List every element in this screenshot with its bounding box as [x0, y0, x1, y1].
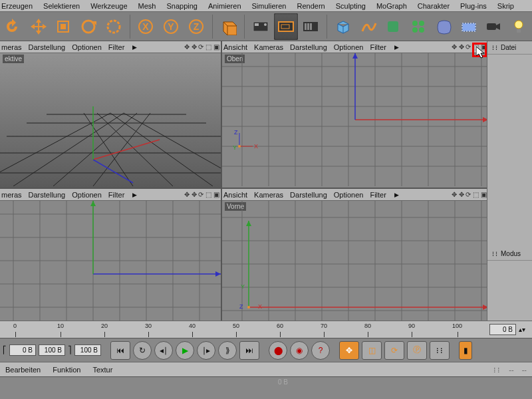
goto-start-button[interactable]: ⏮: [110, 341, 130, 360]
vp-menu-kameras[interactable]: meras: [1, 43, 22, 51]
menu-selektieren[interactable]: Selektieren: [43, 2, 80, 10]
render-region-button[interactable]: [274, 13, 298, 40]
film-icon[interactable]: ▮: [459, 341, 472, 360]
vp-menu-kameras[interactable]: Kameras: [254, 191, 283, 199]
rotate-tool[interactable]: [76, 13, 100, 40]
spline-primitive[interactable]: [356, 13, 380, 40]
deformer-tool[interactable]: [432, 13, 456, 40]
next-key-button[interactable]: ∣▸: [197, 341, 215, 360]
last-tool[interactable]: [102, 13, 126, 40]
menu-skript[interactable]: Skrip: [497, 2, 514, 10]
vp-menu-optionen[interactable]: Optionen: [72, 191, 102, 199]
cloner-tool[interactable]: [406, 13, 430, 40]
grip-icon[interactable]: ⫶⫶: [493, 366, 501, 374]
viewport-grid: meras Darstellung Optionen Filter ▶ ✥ ✥ …: [0, 41, 487, 321]
environment-tool[interactable]: [457, 13, 481, 40]
viewport-nav-icons[interactable]: ✥ ✥ ⟳ ⬚ ▣: [184, 191, 219, 198]
menu-plugins[interactable]: Plug-ins: [460, 2, 487, 10]
viewport-top-canvas[interactable]: Oben Z X Y: [222, 53, 488, 188]
vp-menu-ansicht[interactable]: Ansicht: [223, 191, 247, 199]
svg-line-28: [0, 113, 110, 186]
range-start-field[interactable]: 0 B: [9, 344, 36, 356]
timeline-ruler[interactable]: 0 10 20 30 40 50 60 70 80 90 100 0 B▴▾: [0, 321, 532, 338]
axis-y-toggle[interactable]: Y: [159, 13, 183, 40]
svg-rect-0: [58, 21, 68, 32]
viewport-nav-icons[interactable]: ✥ ✥ ⟳ ⬚ ▣: [452, 191, 487, 198]
key-rotate-button[interactable]: ⟳: [384, 341, 404, 360]
camera-tool[interactable]: [482, 13, 506, 40]
cube-primitive[interactable]: [331, 13, 355, 40]
scale-tool[interactable]: [51, 13, 75, 40]
vp-menu-filter[interactable]: Filter: [370, 43, 386, 51]
menu-werkzeuge[interactable]: Werkzeuge: [90, 2, 127, 10]
play-button[interactable]: ▶: [176, 341, 194, 360]
tick: 20: [101, 323, 108, 329]
svg-text:X: X: [143, 21, 150, 32]
vp-menu-kameras[interactable]: meras: [1, 191, 22, 199]
vp-menu-optionen[interactable]: Optionen: [334, 191, 364, 199]
viewport-nav-icons[interactable]: ✥ ✥ ⟳ ⬚ ▣: [452, 43, 487, 51]
tick: 50: [233, 323, 239, 329]
menu-mesh[interactable]: Mesh: [138, 2, 156, 10]
generator-tool[interactable]: [382, 13, 406, 40]
vp-menu-filter[interactable]: Filter: [108, 43, 124, 51]
next-frame-button[interactable]: ⟫: [218, 341, 237, 360]
axis-x-toggle[interactable]: X: [134, 13, 158, 40]
range-bracket[interactable]: ⎤: [68, 346, 72, 354]
menu-simulieren[interactable]: Simulieren: [252, 2, 287, 10]
viewport-top-menubar: Ansicht Kameras Darstellung Optionen Fil…: [222, 41, 488, 53]
render-view-button[interactable]: [249, 13, 273, 40]
record-button[interactable]: ⬤: [269, 341, 287, 360]
menu-animieren[interactable]: Animieren: [208, 2, 241, 10]
menu-funktion[interactable]: Funktion: [53, 366, 80, 374]
menu-textur[interactable]: Textur: [92, 366, 112, 374]
current-frame-field[interactable]: 100 B: [74, 344, 101, 356]
svg-text:Y: Y: [233, 144, 237, 151]
axis-z-toggle[interactable]: Z: [184, 13, 208, 40]
key-pla-button[interactable]: ⫶⫶: [430, 341, 450, 360]
render-settings-button[interactable]: [299, 13, 323, 40]
undo-button[interactable]: [1, 13, 25, 40]
vp-menu-darstellung[interactable]: Darstellung: [29, 191, 66, 199]
viewport-perspective-canvas[interactable]: ektive: [0, 53, 221, 188]
vp-menu-filter[interactable]: Filter: [108, 191, 124, 199]
menu-charakter[interactable]: Charakter: [418, 2, 450, 10]
coordinate-system[interactable]: [217, 13, 241, 40]
viewport-nav-icons[interactable]: ✥ ✥ ⟳ ⬚ ▣: [184, 43, 219, 51]
menu-sculpting[interactable]: Sculpting: [336, 2, 366, 10]
vp-menu-darstellung[interactable]: Darstellung: [290, 191, 327, 199]
menu-bearbeiten[interactable]: Bearbeiten: [5, 366, 41, 374]
prev-key-button[interactable]: ◂∣: [154, 341, 173, 360]
svg-point-6: [164, 20, 178, 33]
move-tool[interactable]: [27, 13, 51, 40]
vp-menu-darstellung[interactable]: Darstellung: [290, 43, 327, 51]
menu-rendern[interactable]: Rendern: [297, 2, 325, 10]
key-scale-button[interactable]: ◫: [362, 341, 382, 360]
vp-menu-kameras[interactable]: Kameras: [254, 43, 283, 51]
vp-menu-darstellung[interactable]: Darstellung: [29, 43, 66, 51]
svg-point-8: [190, 20, 203, 33]
timeline-frame-field[interactable]: 0 B: [489, 324, 516, 335]
vp-menu-ansicht[interactable]: Ansicht: [223, 43, 247, 51]
loop-button[interactable]: ↻: [133, 341, 152, 360]
tab-datei[interactable]: ⫶⫶Datei: [487, 41, 532, 55]
menu-erzeugen[interactable]: Erzeugen: [1, 2, 33, 10]
tab-modus[interactable]: ⫶⫶Modus: [487, 247, 532, 261]
svg-line-42: [93, 160, 133, 183]
goto-end-button[interactable]: ⏭: [239, 341, 259, 360]
menu-snapping[interactable]: Snapping: [166, 2, 198, 10]
vp-menu-optionen[interactable]: Optionen: [334, 43, 364, 51]
viewport-front-canvas[interactable]: Vorne YZX: [222, 201, 488, 322]
menu-mograph[interactable]: MoGraph: [376, 2, 407, 10]
range-end-field[interactable]: 100 B: [39, 344, 65, 356]
key-param-button[interactable]: Ⓟ: [407, 341, 427, 360]
range-bracket[interactable]: ⎡: [3, 346, 7, 354]
help-button[interactable]: ?: [311, 341, 330, 360]
key-move-button[interactable]: ✥: [339, 341, 359, 360]
vp-menu-optionen[interactable]: Optionen: [72, 43, 102, 51]
vp-menu-filter[interactable]: Filter: [370, 191, 386, 199]
light-tool[interactable]: [507, 13, 531, 40]
autokey-button[interactable]: ◉: [290, 341, 309, 360]
viewport-right-canvas[interactable]: [0, 201, 221, 322]
stepper-icon[interactable]: ▴▾: [519, 326, 525, 333]
